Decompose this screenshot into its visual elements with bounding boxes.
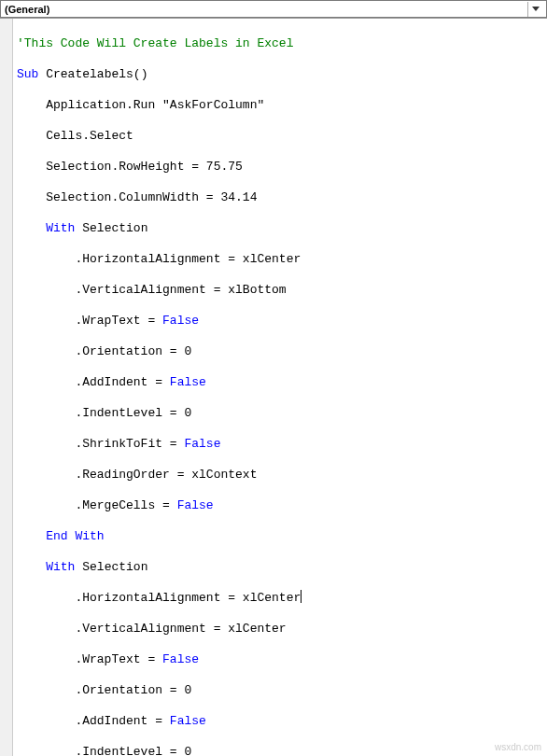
object-dropdown[interactable]: (General) — [0, 0, 547, 18]
code-editor[interactable]: 'This Code Will Create Labels in Excel S… — [13, 19, 547, 756]
code-comment: 'This Code Will Create Labels in Excel — [17, 36, 293, 50]
watermark: wsxdn.com — [495, 742, 541, 752]
indicator-margin — [0, 19, 13, 756]
code-container: 'This Code Will Create Labels in Excel S… — [0, 19, 547, 756]
text-cursor — [301, 590, 302, 603]
dropdown-value: (General) — [5, 4, 49, 15]
object-dropdown-bar: (General) — [0, 0, 547, 19]
chevron-down-icon — [527, 2, 542, 17]
